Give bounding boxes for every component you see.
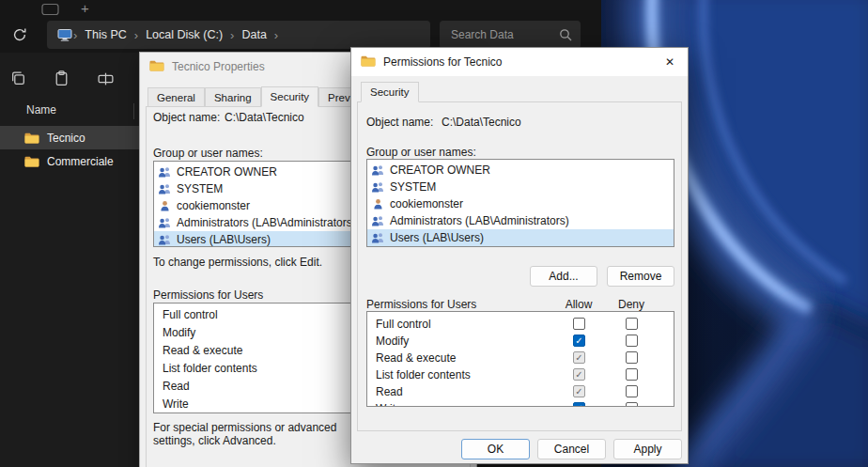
tab-bar: +	[0, 0, 601, 19]
deny-checkbox[interactable]	[626, 351, 638, 364]
new-tab-icon[interactable]: +	[81, 0, 89, 17]
tab-general[interactable]: General	[147, 87, 205, 107]
sidebar-folder-row[interactable]: Tecnico	[0, 126, 139, 149]
allow-column-header: Allow	[560, 298, 597, 311]
deny-checkbox[interactable]	[626, 402, 638, 407]
permission-row: Write✓	[367, 400, 674, 407]
allow-checkbox[interactable]: ✓	[573, 335, 585, 347]
command-bar	[0, 66, 139, 94]
deny-checkbox[interactable]	[626, 368, 638, 381]
folder-icon	[361, 54, 376, 70]
search-icon[interactable]	[559, 28, 572, 45]
explorer-tab-icon[interactable]	[41, 3, 60, 20]
this-pc-icon	[57, 28, 72, 41]
group-icon	[158, 183, 172, 195]
breadcrumb-item[interactable]: Data	[235, 28, 272, 41]
screen: + ›This PC›Local Disk (C:)›Data›	[0, 0, 868, 467]
permission-name: Read & execute	[376, 351, 456, 365]
object-name-label: Object name:	[366, 116, 433, 129]
group-icon	[158, 234, 172, 245]
permissions-label: Permissions for Users	[153, 288, 263, 302]
permission-name: List folder contents	[376, 368, 471, 381]
group-list-item[interactable]: Administrators (LAB\Administrators)	[367, 212, 674, 229]
group-label: SYSTEM	[177, 182, 223, 195]
deny-checkbox[interactable]	[626, 385, 638, 397]
user-icon	[158, 200, 172, 211]
close-button[interactable]: ✕	[652, 48, 688, 76]
group-icon	[158, 166, 172, 178]
allow-checkbox[interactable]: ✓	[573, 368, 585, 381]
column-divider	[133, 103, 134, 119]
group-icon	[371, 232, 385, 243]
group-list-item[interactable]: Users (LAB\Users)	[367, 229, 674, 246]
rename-icon[interactable]	[97, 70, 115, 91]
object-name-label: Object name:	[153, 111, 220, 124]
remove-button[interactable]: Remove	[607, 266, 674, 287]
permission-row: Full control	[367, 316, 674, 333]
ok-button[interactable]: OK	[461, 439, 530, 459]
group-icon	[371, 215, 385, 226]
sidebar-folder-row[interactable]: Commerciale	[0, 149, 139, 173]
chevron-right-icon: ›	[273, 28, 279, 42]
copy-icon[interactable]	[9, 70, 27, 91]
permission-name: Modify	[376, 335, 409, 348]
group-icon	[371, 181, 385, 193]
group-list: CREATOR OWNERSYSTEMcookiemonsterAdminist…	[366, 159, 674, 247]
paste-icon[interactable]	[53, 70, 70, 91]
breadcrumb-item[interactable]: Local Disk (C:)	[139, 28, 229, 41]
group-label: Users (LAB\Users)	[177, 233, 271, 246]
cancel-button[interactable]: Cancel	[537, 439, 606, 459]
search-input[interactable]	[449, 21, 557, 49]
permissions-dialog-titlebar[interactable]: Permissions for Tecnico	[351, 48, 688, 76]
breadcrumb-item[interactable]: This PC	[78, 28, 132, 41]
group-list-label: Group or user names:	[366, 146, 476, 159]
folder-icon	[24, 132, 39, 144]
group-icon	[158, 217, 172, 228]
group-label: SYSTEM	[390, 180, 436, 194]
search-box	[440, 21, 581, 49]
folder-icon	[149, 58, 164, 75]
permissions-dialog: Permissions for Tecnico ✕ Security Objec…	[350, 47, 689, 464]
permission-row: Modify✓	[367, 333, 674, 350]
permission-row: Read & execute✓	[367, 350, 674, 366]
breadcrumb: ›This PC›Local Disk (C:)›Data›	[47, 21, 430, 49]
folder-label: Tecnico	[47, 132, 85, 145]
allow-checkbox[interactable]: ✓	[573, 385, 585, 397]
group-label: Administrators (LAB\Administrators)	[177, 216, 356, 229]
permissions-label: Permissions for Users	[366, 298, 476, 311]
tab-sharing[interactable]: Sharing	[205, 87, 261, 107]
group-label: cookiemonster	[177, 199, 250, 212]
column-header-name[interactable]: Name	[26, 103, 56, 117]
refresh-icon[interactable]	[12, 27, 27, 46]
deny-checkbox[interactable]	[626, 318, 638, 330]
permission-name: Write	[376, 402, 402, 407]
group-list-item[interactable]: SYSTEM	[367, 179, 674, 195]
folder-list: TecnicoCommerciale	[0, 126, 139, 173]
object-name-value: C:\Data\Tecnico	[225, 111, 304, 124]
tab-security[interactable]: Security	[261, 86, 319, 107]
group-list-item[interactable]: CREATOR OWNER	[367, 162, 674, 179]
allow-checkbox[interactable]	[573, 318, 585, 330]
group-icon	[371, 164, 385, 176]
permission-name: Full control	[376, 318, 431, 331]
tab-security[interactable]: Security	[361, 82, 419, 102]
group-label: CREATOR OWNER	[177, 165, 277, 179]
edit-hint: To change permissions, click Edit.	[153, 256, 322, 269]
group-label: Users (LAB\Users)	[390, 231, 484, 244]
group-label: cookiemonster	[390, 197, 463, 210]
close-icon: ✕	[665, 55, 674, 69]
add-button[interactable]: Add...	[530, 266, 597, 287]
allow-checkbox[interactable]: ✓	[573, 402, 585, 407]
permissions-dialog-title: Permissions for Tecnico	[383, 55, 503, 69]
allow-checkbox[interactable]: ✓	[573, 351, 585, 364]
group-label: Administrators (LAB\Administrators)	[390, 214, 569, 227]
group-label: CREATOR OWNER	[390, 163, 490, 177]
permissions-tabs: Security	[361, 82, 419, 102]
folder-label: Commerciale	[47, 155, 114, 168]
user-icon	[371, 198, 385, 210]
group-list-item[interactable]: cookiemonster	[367, 195, 674, 212]
object-name-value: C:\Data\Tecnico	[442, 116, 521, 129]
apply-button[interactable]: Apply	[613, 439, 682, 459]
deny-checkbox[interactable]	[626, 335, 638, 347]
group-list-label: Group or user names:	[153, 147, 263, 160]
